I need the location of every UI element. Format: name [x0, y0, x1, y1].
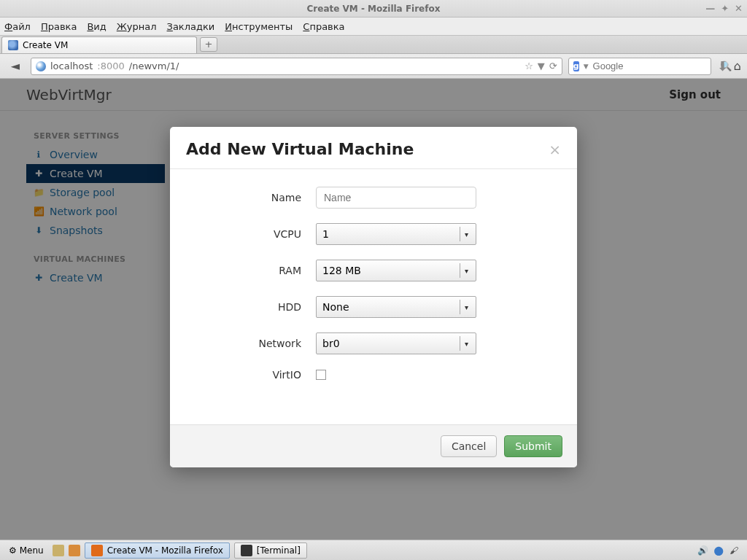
chevron-down-icon: ▾: [460, 300, 473, 314]
taskbar: ⚙ Menu Create VM - Mozilla Firefox [Term…: [0, 540, 747, 560]
modal-overlay: Add New Virtual Machine × Name VCPU 1▾ R…: [0, 79, 747, 540]
label-name: Name: [186, 192, 301, 203]
submit-button[interactable]: Submit: [504, 435, 562, 457]
ram-select[interactable]: 128 MB▾: [316, 260, 476, 281]
modal-footer: Cancel Submit: [170, 424, 577, 467]
name-input[interactable]: [316, 187, 476, 209]
network-select[interactable]: br0▾: [316, 332, 476, 354]
volume-icon[interactable]: 🔊: [697, 545, 708, 556]
chevron-down-icon: ▾: [460, 227, 473, 241]
back-button[interactable]: ◄: [6, 58, 25, 75]
downloads-icon[interactable]: ⬇: [717, 58, 728, 74]
url-path: /newvm/1/: [129, 61, 179, 71]
modal-body: Name VCPU 1▾ RAM 128 MB▾ HDD None▾ Netwo…: [170, 169, 577, 424]
modal-header: Add New Virtual Machine ×: [170, 127, 577, 169]
label-ram: RAM: [186, 265, 301, 276]
new-tab-button[interactable]: +: [200, 37, 217, 52]
modal-dialog: Add New Virtual Machine × Name VCPU 1▾ R…: [170, 127, 577, 467]
tab-favicon-icon: [8, 40, 18, 50]
window-minimize-icon[interactable]: —: [705, 3, 715, 14]
tab-title: Create VM: [23, 40, 68, 50]
hdd-select[interactable]: None▾: [316, 296, 476, 318]
task-firefox[interactable]: Create VM - Mozilla Firefox: [85, 542, 230, 559]
bookmark-star-icon[interactable]: ☆: [525, 61, 533, 71]
system-tray: 🔊 ⬤ 🖌: [697, 545, 743, 556]
cancel-button[interactable]: Cancel: [441, 435, 497, 457]
label-hdd: HDD: [186, 301, 301, 313]
chevron-down-icon: ▾: [460, 336, 473, 351]
virtio-checkbox[interactable]: [316, 370, 326, 380]
window-maximize-icon[interactable]: ✦: [721, 3, 729, 14]
window-close-icon[interactable]: ✕: [735, 3, 743, 14]
menu-edit[interactable]: Правка: [41, 21, 77, 32]
tab-strip: Create VM +: [0, 35, 747, 54]
browser-tab[interactable]: Create VM: [1, 36, 197, 53]
modal-close-icon[interactable]: ×: [549, 142, 561, 157]
chevron-down-icon: ▾: [460, 263, 473, 278]
search-caret-icon[interactable]: ▼: [584, 63, 589, 70]
show-desktop-icon[interactable]: [53, 545, 64, 556]
browser-menubar: Файл Правка Вид Журнал Закладки Инструме…: [0, 18, 747, 35]
browser-toolbar: ◄ localhost:8000/newvm/1/ ☆ ▼ ⟳ g ▼ 🔍 ⬇ …: [0, 54, 747, 79]
window-title: Create VM - Mozilla Firefox: [307, 4, 441, 14]
gear-icon: ⚙: [9, 545, 17, 556]
start-menu-button[interactable]: ⚙ Menu: [4, 544, 48, 557]
menu-file[interactable]: Файл: [4, 21, 31, 32]
url-bar[interactable]: localhost:8000/newvm/1/ ☆ ▼ ⟳: [31, 58, 562, 75]
menu-bookmarks[interactable]: Закладки: [167, 21, 215, 32]
search-bar[interactable]: g ▼ 🔍: [568, 58, 711, 75]
dropdown-caret-icon[interactable]: ▼: [538, 61, 545, 71]
task-terminal[interactable]: [Terminal]: [234, 542, 307, 559]
launcher-icon[interactable]: [69, 545, 80, 556]
terminal-icon: [241, 545, 252, 556]
url-host: localhost: [50, 61, 93, 71]
window-titlebar: Create VM - Mozilla Firefox — ✦ ✕: [0, 0, 747, 18]
firefox-icon: [91, 545, 103, 556]
menu-help[interactable]: Справка: [303, 21, 344, 32]
refresh-icon[interactable]: ⟳: [549, 61, 557, 71]
home-icon[interactable]: ⌂: [734, 59, 741, 73]
menu-history[interactable]: Журнал: [117, 21, 157, 32]
vcpu-select[interactable]: 1▾: [316, 223, 476, 245]
menu-tools[interactable]: Инструменты: [225, 21, 293, 32]
label-vcpu: VCPU: [186, 228, 301, 240]
label-virtio: VirtIO: [186, 369, 301, 381]
modal-title: Add New Virtual Machine: [186, 140, 414, 158]
menu-view[interactable]: Вид: [87, 21, 106, 32]
globe-icon: [36, 61, 46, 71]
label-network: Network: [186, 338, 301, 349]
shield-icon[interactable]: ⬤: [714, 545, 724, 556]
google-icon: g: [573, 61, 579, 71]
url-port: :8000: [97, 61, 124, 71]
search-input[interactable]: [593, 61, 716, 71]
brush-icon[interactable]: 🖌: [729, 545, 738, 556]
